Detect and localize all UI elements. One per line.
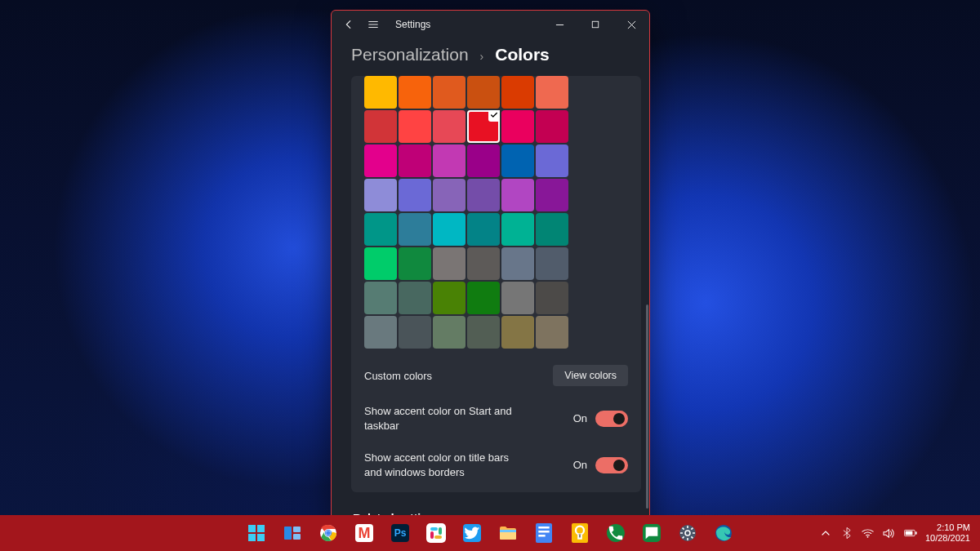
color-swatch[interactable] xyxy=(399,144,431,177)
color-swatch[interactable] xyxy=(536,316,568,349)
color-swatch[interactable] xyxy=(467,282,500,314)
color-swatch[interactable] xyxy=(433,316,466,349)
svg-rect-26 xyxy=(906,531,913,535)
taskbar-app-edge[interactable] xyxy=(708,518,739,549)
close-button[interactable] xyxy=(613,11,649,38)
svg-rect-14 xyxy=(434,535,442,539)
color-swatch[interactable] xyxy=(467,213,500,246)
taskbar-app-slack[interactable] xyxy=(421,518,452,549)
color-swatch[interactable] xyxy=(501,179,534,211)
color-swatch[interactable] xyxy=(364,213,397,246)
color-swatch[interactable] xyxy=(536,76,568,109)
wifi-icon[interactable] xyxy=(862,527,875,540)
color-swatch[interactable] xyxy=(364,247,397,280)
accent-start-taskbar-toggle[interactable] xyxy=(595,411,628,427)
svg-rect-18 xyxy=(500,530,516,532)
accent-titlebar-state: On xyxy=(573,459,587,471)
color-swatch[interactable] xyxy=(501,76,534,109)
color-swatch[interactable] xyxy=(467,179,500,211)
color-swatch[interactable] xyxy=(399,179,431,211)
color-swatch[interactable] xyxy=(467,144,500,177)
color-swatch[interactable] xyxy=(467,247,500,280)
accent-titlebar-toggle[interactable] xyxy=(595,457,628,473)
color-swatch[interactable] xyxy=(501,282,534,314)
color-swatch[interactable] xyxy=(536,247,568,280)
color-swatch[interactable] xyxy=(364,144,397,177)
color-swatch[interactable] xyxy=(364,110,397,143)
color-swatch[interactable] xyxy=(467,316,500,349)
breadcrumb: Personalization › Colors xyxy=(332,38,649,76)
taskbar-app-photoshop[interactable]: Ps xyxy=(385,518,416,549)
svg-point-23 xyxy=(867,536,869,538)
back-icon[interactable] xyxy=(343,19,354,30)
color-swatch[interactable] xyxy=(536,110,568,143)
taskbar-app-explorer[interactable] xyxy=(492,518,523,549)
svg-rect-6 xyxy=(293,527,301,532)
bluetooth-icon[interactable] xyxy=(840,527,853,540)
color-swatch[interactable] xyxy=(364,282,397,314)
color-swatch[interactable] xyxy=(399,213,431,246)
svg-rect-3 xyxy=(248,534,256,541)
clock[interactable]: 2:10 PM 10/28/2021 xyxy=(925,522,973,543)
color-swatch[interactable] xyxy=(364,76,397,109)
color-swatch[interactable] xyxy=(364,316,397,349)
color-swatch[interactable] xyxy=(433,144,466,177)
accent-start-taskbar-state: On xyxy=(573,412,587,424)
color-swatch[interactable] xyxy=(433,282,466,314)
hamburger-icon[interactable] xyxy=(368,19,379,30)
color-swatch[interactable] xyxy=(364,179,397,211)
minimize-button[interactable] xyxy=(541,11,577,38)
chevron-right-icon: › xyxy=(480,50,484,63)
svg-rect-15 xyxy=(439,527,442,535)
clock-time: 2:10 PM xyxy=(925,522,970,533)
color-swatch[interactable] xyxy=(536,282,568,314)
color-swatch[interactable] xyxy=(467,76,500,109)
volume-icon[interactable] xyxy=(883,527,896,540)
taskbar-app-keep[interactable] xyxy=(564,518,595,549)
taskbar: MPs 2:10 PM 10/28/2021 xyxy=(0,515,980,551)
scrollbar[interactable] xyxy=(646,304,648,509)
breadcrumb-current: Colors xyxy=(495,45,550,64)
color-swatch[interactable] xyxy=(433,179,466,211)
color-swatch[interactable] xyxy=(399,110,431,143)
taskbar-app-gmail[interactable]: M xyxy=(349,518,380,549)
color-swatch[interactable] xyxy=(399,247,431,280)
color-swatch[interactable] xyxy=(433,110,466,143)
taskbar-app-chrome[interactable] xyxy=(313,518,344,549)
color-swatch[interactable] xyxy=(399,316,431,349)
color-swatch[interactable] xyxy=(399,282,431,314)
color-swatch[interactable] xyxy=(536,144,568,177)
taskbar-app-messages[interactable] xyxy=(636,518,667,549)
svg-rect-1 xyxy=(248,525,256,532)
settings-content: Custom colors View colors Show accent co… xyxy=(332,76,649,522)
color-swatch[interactable] xyxy=(433,213,466,246)
color-swatch[interactable] xyxy=(501,110,534,143)
svg-rect-12 xyxy=(426,523,446,543)
taskbar-app-phone[interactable] xyxy=(600,518,631,549)
color-swatch[interactable] xyxy=(536,213,568,246)
color-swatch[interactable] xyxy=(536,179,568,211)
color-swatch[interactable] xyxy=(399,76,431,109)
taskbar-app-start[interactable] xyxy=(241,518,272,549)
battery-icon[interactable] xyxy=(904,527,917,540)
custom-colors-row: Custom colors View colors xyxy=(364,365,628,386)
color-swatch[interactable] xyxy=(433,247,466,280)
color-swatch[interactable] xyxy=(501,144,534,177)
view-colors-button[interactable]: View colors xyxy=(553,365,628,386)
taskbar-app-taskview[interactable] xyxy=(277,518,308,549)
titlebar: Settings xyxy=(332,11,649,38)
color-swatch[interactable] xyxy=(467,110,500,143)
taskbar-apps: MPs xyxy=(241,515,739,551)
maximize-button[interactable] xyxy=(577,11,613,38)
taskbar-app-twitter[interactable] xyxy=(457,518,488,549)
chevron-up-icon[interactable] xyxy=(819,527,832,540)
color-swatch[interactable] xyxy=(501,247,534,280)
accent-titlebar-row: Show accent color on title bars and wind… xyxy=(364,451,628,479)
taskbar-app-settings[interactable] xyxy=(672,518,703,549)
breadcrumb-parent[interactable]: Personalization xyxy=(351,45,469,64)
color-swatch[interactable] xyxy=(501,316,534,349)
svg-rect-7 xyxy=(293,534,301,540)
color-swatch[interactable] xyxy=(501,213,534,246)
color-swatch[interactable] xyxy=(433,76,466,109)
taskbar-app-docs[interactable] xyxy=(528,518,559,549)
